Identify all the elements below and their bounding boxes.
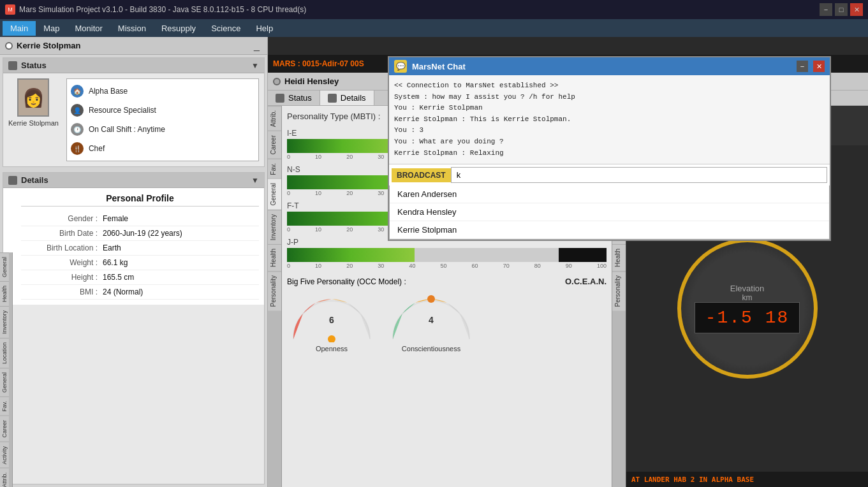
app-title: Mars Simulation Project v3.1.0 - Build 3… bbox=[19, 5, 816, 14]
left-panel: Kerrie Stolpman _ Status ▼ 👩 Kerrie Stol… bbox=[0, 37, 268, 487]
pst-health[interactable]: Health bbox=[268, 244, 281, 271]
prst-personality[interactable]: Personality bbox=[612, 271, 626, 310]
status-tab-icon bbox=[276, 94, 284, 103]
menu-main[interactable]: Main bbox=[3, 21, 36, 36]
trait-jp: J-P 0102030405060708090100 bbox=[287, 238, 607, 269]
chat-body: << Connection to MarsNet established >> … bbox=[389, 75, 830, 164]
side-tab-location[interactable]: Location bbox=[0, 338, 9, 368]
person-radio[interactable] bbox=[5, 42, 13, 50]
second-person-radio[interactable] bbox=[273, 78, 281, 85]
profile-gender: Gender : Female bbox=[21, 212, 259, 226]
minimize-button[interactable]: − bbox=[820, 3, 832, 16]
chat-icon: 💬 bbox=[394, 60, 407, 73]
menu-help[interactable]: Help bbox=[248, 21, 281, 36]
chat-title: MarsNet Chat bbox=[412, 62, 791, 71]
menu-monitor[interactable]: Monitor bbox=[67, 21, 110, 36]
status-section-title: Status bbox=[21, 61, 247, 70]
dropdown-list: Karen Andersen Kendra Hensley Kerrie Sto… bbox=[389, 185, 830, 240]
side-tab-health[interactable]: Health bbox=[0, 281, 9, 306]
conscientiousness-label: Conscientiousness bbox=[402, 345, 460, 353]
details-tab-icon bbox=[328, 94, 337, 103]
chat-msg-4: Kerrie Stolpman : This is Kerrie Stolpma… bbox=[394, 114, 825, 126]
chat-window: 💬 MarsNet Chat − ✕ << Connection to Mars… bbox=[388, 56, 831, 241]
menu-map[interactable]: Map bbox=[36, 21, 67, 36]
birthdate-label: Birth Date : bbox=[26, 229, 103, 238]
status-row-base: 🏠 Alpha Base bbox=[71, 83, 254, 99]
elevation-display: -1.5 18 bbox=[695, 302, 800, 333]
dropdown-kendra[interactable]: Kendra Hensley bbox=[390, 203, 829, 221]
details-section-title: Details bbox=[21, 175, 247, 185]
chat-msg-2: System : how may I assist you ? /h for h… bbox=[394, 92, 825, 103]
bmi-value: 24 (Normal) bbox=[103, 287, 143, 296]
broadcast-label: BROADCAST bbox=[392, 168, 451, 182]
side-tab-career[interactable]: Career bbox=[0, 416, 9, 442]
openness-label: Openness bbox=[316, 345, 348, 353]
height-label: Height : bbox=[26, 273, 103, 282]
pst-career[interactable]: Career bbox=[268, 131, 281, 159]
status-row-role: 👤 Resource Specialist bbox=[71, 102, 254, 119]
details-section-arrow[interactable]: ▼ bbox=[251, 176, 259, 185]
elevation-label: Elevation bbox=[730, 284, 764, 293]
openness-gauge: 6 Openness bbox=[287, 291, 376, 353]
svg-point-2 bbox=[427, 295, 435, 303]
menu-science[interactable]: Science bbox=[203, 21, 248, 36]
pst-inventory[interactable]: Inventory bbox=[268, 210, 281, 244]
pst-personality[interactable]: Personality bbox=[268, 271, 281, 310]
weight-value: 66.1 kg bbox=[103, 258, 128, 267]
profile-birthdate: Birth Date : 2060-Jun-19 (22 years) bbox=[21, 226, 259, 241]
broadcast-area: BROADCAST Karen Andersen Kendra Hensley … bbox=[389, 164, 830, 240]
avatar-area: 👩 Kerrie Stolpman bbox=[8, 78, 59, 161]
chat-minimize-btn[interactable]: − bbox=[797, 61, 808, 72]
status-row-shift: 🕐 On Call Shift : Anytime bbox=[71, 121, 254, 138]
broadcast-input-row: BROADCAST bbox=[389, 164, 830, 185]
prst-health[interactable]: Health bbox=[612, 244, 626, 271]
profile-content: Personal Profile Gender : Female Birth D… bbox=[21, 193, 259, 300]
menu-bar: Main Map Monitor Mission Resupply Scienc… bbox=[0, 19, 868, 37]
gender-value: Female bbox=[103, 214, 128, 223]
side-tab-inventory[interactable]: Inventory bbox=[0, 306, 9, 338]
menu-mission[interactable]: Mission bbox=[110, 21, 154, 36]
gender-label: Gender : bbox=[26, 214, 103, 223]
side-tab-general1[interactable]: General bbox=[0, 252, 9, 281]
status-section-icon bbox=[8, 61, 17, 70]
chat-msg-6: You : What are you doing ? bbox=[394, 136, 825, 148]
person-minimize-btn[interactable]: _ bbox=[251, 40, 262, 52]
avatar-name: Kerrie Stolpman bbox=[8, 119, 59, 127]
avatar: 👩 bbox=[17, 78, 49, 117]
broadcast-input[interactable] bbox=[451, 167, 827, 183]
pst-general[interactable]: General bbox=[268, 178, 281, 210]
trait-jp-bar bbox=[287, 248, 607, 262]
menu-resupply[interactable]: Resupply bbox=[154, 21, 203, 36]
openness-svg: 6 bbox=[287, 291, 376, 342]
chat-close-btn[interactable]: ✕ bbox=[813, 61, 825, 72]
dropdown-wrapper: Karen Andersen Kendra Hensley Kerrie Sto… bbox=[389, 185, 830, 240]
chat-msg-5: You : 3 bbox=[394, 125, 825, 136]
side-tab-general2[interactable]: General bbox=[0, 368, 9, 396]
status-section-arrow[interactable]: ▼ bbox=[251, 61, 259, 70]
pst-favorites[interactable]: Fav. bbox=[268, 159, 281, 179]
pst-attributes[interactable]: Attrib. bbox=[268, 106, 281, 131]
profile-title: Personal Profile bbox=[21, 193, 259, 207]
window-controls: − □ ✕ bbox=[820, 3, 863, 16]
chef-icon: 🍴 bbox=[71, 142, 84, 155]
close-button[interactable]: ✕ bbox=[850, 3, 863, 16]
chef-label: Chef bbox=[89, 144, 105, 153]
side-tab-attributes[interactable]: Attrib. bbox=[0, 468, 9, 487]
dropdown-karen[interactable]: Karen Andersen bbox=[390, 185, 829, 203]
mars-footer: AT LANDER HAB 2 IN ALPHA BASE bbox=[626, 472, 868, 487]
left-side-tabs: General Health Inventory Location Genera… bbox=[0, 252, 13, 487]
dropdown-kerrie[interactable]: Kerrie Stolpman bbox=[390, 221, 829, 239]
sp-tab-status[interactable]: Status bbox=[268, 91, 320, 105]
trait-jp-dark bbox=[559, 248, 607, 262]
ocean-label: O.C.E.A.N. bbox=[565, 277, 607, 286]
sp-tab-details[interactable]: Details bbox=[320, 91, 374, 105]
trait-jp-green bbox=[287, 248, 415, 262]
mbti-label: Personality Type (MBTI) : bbox=[287, 112, 380, 121]
profile-bmi: BMI : 24 (Normal) bbox=[21, 285, 259, 300]
chat-msg-1: << Connection to MarsNet established >> bbox=[394, 80, 825, 92]
role-icon: 👤 bbox=[71, 104, 84, 117]
side-tab-favorites[interactable]: Fav. bbox=[0, 396, 9, 416]
maximize-button[interactable]: □ bbox=[835, 3, 848, 16]
conscientiousness-svg: 4 bbox=[386, 291, 476, 342]
side-tab-activity[interactable]: Activity bbox=[0, 442, 9, 469]
